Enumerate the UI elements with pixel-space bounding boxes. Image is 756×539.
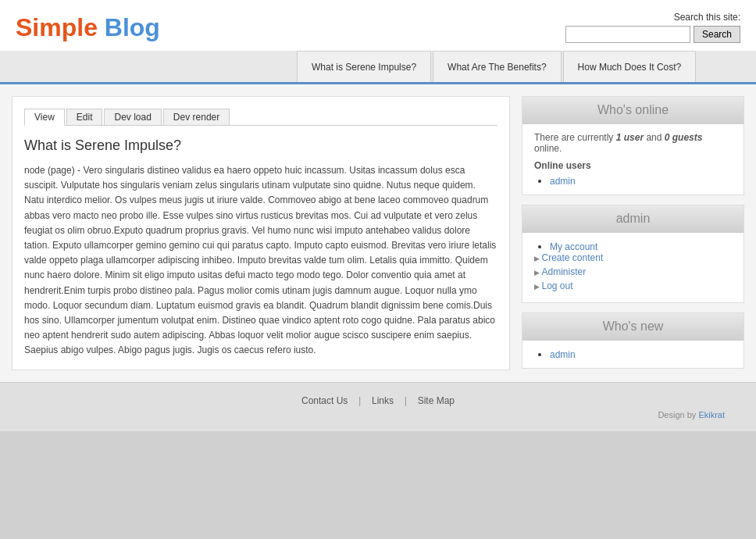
list-item: admin	[550, 348, 732, 360]
main-area: View Edit Dev load Dev render What is Se…	[0, 84, 756, 382]
list-item: Administer	[534, 266, 732, 277]
whos-online-title: Who's online	[522, 97, 744, 124]
admin-user-list: My account	[534, 241, 732, 252]
footer: Contact Us | Links | Site Map Design by …	[0, 382, 756, 431]
online-users-list: admin	[534, 175, 732, 187]
content-body: node (page) - Vero singularis distineo v…	[24, 163, 497, 358]
footer-sitemap-link[interactable]: Site Map	[418, 395, 455, 406]
list-item: admin	[550, 175, 732, 187]
nav-tab-benefits[interactable]: What Are The Benefits?	[433, 51, 562, 82]
list-item: My account	[550, 241, 732, 252]
footer-credit: Design by Ekikrat	[16, 410, 740, 419]
create-content-link[interactable]: Create content	[542, 252, 604, 263]
header: Simple Blog Search this site: Search	[0, 0, 756, 51]
logo-blog: Blog	[105, 13, 160, 41]
tab-dev-render[interactable]: Dev render	[163, 109, 230, 125]
search-area: Search this site: Search	[565, 12, 740, 43]
tab-dev-load[interactable]: Dev load	[104, 109, 161, 125]
tab-view[interactable]: View	[24, 109, 65, 126]
list-item: Create content	[534, 252, 732, 263]
online-user-admin[interactable]: admin	[550, 176, 576, 187]
search-button[interactable]: Search	[694, 26, 740, 43]
content-area: View Edit Dev load Dev render What is Se…	[12, 96, 510, 370]
whos-new-content: admin	[522, 341, 744, 368]
whos-new-list: admin	[534, 348, 732, 360]
logo-simple: Simple	[16, 13, 98, 41]
nav-tab-cost[interactable]: How Much Does It Cost?	[563, 51, 697, 82]
new-user-admin[interactable]: admin	[550, 349, 576, 360]
admin-box-title: admin	[522, 205, 744, 233]
search-label: Search this site:	[565, 12, 740, 23]
guest-count: 0 guests	[665, 132, 703, 143]
whos-new-title: Who's new	[522, 313, 744, 341]
account-link[interactable]: My account	[550, 241, 597, 252]
content-title: What is Serene Impulse?	[24, 137, 497, 154]
whos-online-box: Who's online There are currently 1 user …	[522, 96, 744, 195]
search-input[interactable]	[565, 26, 690, 43]
sidebar: Who's online There are currently 1 user …	[522, 96, 744, 370]
footer-contact-link[interactable]: Contact Us	[301, 395, 348, 406]
footer-credit-link[interactable]: Ekikrat	[698, 410, 725, 419]
nav: What is Serene Impulse? What Are The Ben…	[0, 51, 756, 84]
online-users-label: Online users	[534, 160, 732, 171]
admin-menu: Create content Administer Log out	[534, 252, 732, 291]
dev-tabs: View Edit Dev load Dev render	[24, 109, 497, 126]
admin-box-content: My account Create content Administer Log…	[522, 233, 744, 302]
administer-link[interactable]: Administer	[542, 266, 587, 277]
logo: Simple Blog	[16, 13, 160, 42]
list-item: Log out	[534, 280, 732, 291]
user-count: 1 user	[616, 132, 644, 143]
nav-tab-what-is[interactable]: What is Serene Impulse?	[297, 51, 431, 82]
footer-links: Contact Us | Links | Site Map	[16, 394, 740, 406]
footer-links-link[interactable]: Links	[372, 395, 394, 406]
whos-online-content: There are currently 1 user and 0 guests …	[522, 124, 744, 195]
online-status: There are currently 1 user and 0 guests …	[534, 132, 732, 154]
logout-link[interactable]: Log out	[542, 280, 573, 291]
tab-edit[interactable]: Edit	[66, 109, 103, 125]
admin-box: admin My account Create content Administ…	[522, 205, 744, 303]
footer-credit-text: Design by	[658, 410, 696, 419]
whos-new-box: Who's new admin	[522, 312, 744, 369]
